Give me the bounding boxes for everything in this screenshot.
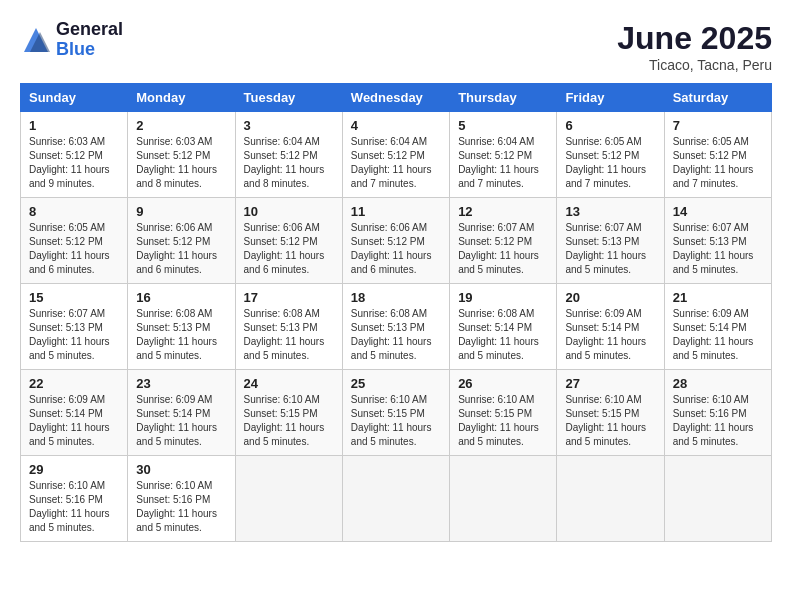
day-number: 27: [565, 376, 655, 391]
day-number: 19: [458, 290, 548, 305]
calendar-cell: 27Sunrise: 6:10 AMSunset: 5:15 PMDayligh…: [557, 370, 664, 456]
calendar-cell: 23Sunrise: 6:09 AMSunset: 5:14 PMDayligh…: [128, 370, 235, 456]
day-number: 14: [673, 204, 763, 219]
day-number: 25: [351, 376, 441, 391]
calendar-cell: 24Sunrise: 6:10 AMSunset: 5:15 PMDayligh…: [235, 370, 342, 456]
calendar-cell: 29Sunrise: 6:10 AMSunset: 5:16 PMDayligh…: [21, 456, 128, 542]
day-number: 5: [458, 118, 548, 133]
cell-info: Sunrise: 6:10 AMSunset: 5:15 PMDaylight:…: [565, 393, 655, 449]
cell-info: Sunrise: 6:04 AMSunset: 5:12 PMDaylight:…: [351, 135, 441, 191]
calendar-cell: [450, 456, 557, 542]
cell-info: Sunrise: 6:09 AMSunset: 5:14 PMDaylight:…: [673, 307, 763, 363]
cell-info: Sunrise: 6:10 AMSunset: 5:15 PMDaylight:…: [351, 393, 441, 449]
calendar-cell: [342, 456, 449, 542]
day-number: 29: [29, 462, 119, 477]
calendar-cell: 14Sunrise: 6:07 AMSunset: 5:13 PMDayligh…: [664, 198, 771, 284]
cell-info: Sunrise: 6:09 AMSunset: 5:14 PMDaylight:…: [136, 393, 226, 449]
cell-info: Sunrise: 6:10 AMSunset: 5:15 PMDaylight:…: [244, 393, 334, 449]
month-title: June 2025: [617, 20, 772, 57]
day-number: 10: [244, 204, 334, 219]
calendar-cell: [664, 456, 771, 542]
day-number: 9: [136, 204, 226, 219]
day-number: 24: [244, 376, 334, 391]
day-number: 17: [244, 290, 334, 305]
weekday-header-friday: Friday: [557, 84, 664, 112]
calendar-cell: 8Sunrise: 6:05 AMSunset: 5:12 PMDaylight…: [21, 198, 128, 284]
calendar-cell: 10Sunrise: 6:06 AMSunset: 5:12 PMDayligh…: [235, 198, 342, 284]
calendar-cell: 20Sunrise: 6:09 AMSunset: 5:14 PMDayligh…: [557, 284, 664, 370]
calendar-cell: 11Sunrise: 6:06 AMSunset: 5:12 PMDayligh…: [342, 198, 449, 284]
week-row-2: 8Sunrise: 6:05 AMSunset: 5:12 PMDaylight…: [21, 198, 772, 284]
calendar-cell: [557, 456, 664, 542]
calendar-cell: 15Sunrise: 6:07 AMSunset: 5:13 PMDayligh…: [21, 284, 128, 370]
cell-info: Sunrise: 6:05 AMSunset: 5:12 PMDaylight:…: [29, 221, 119, 277]
calendar-cell: 6Sunrise: 6:05 AMSunset: 5:12 PMDaylight…: [557, 112, 664, 198]
cell-info: Sunrise: 6:08 AMSunset: 5:13 PMDaylight:…: [136, 307, 226, 363]
calendar-cell: 4Sunrise: 6:04 AMSunset: 5:12 PMDaylight…: [342, 112, 449, 198]
cell-info: Sunrise: 6:08 AMSunset: 5:14 PMDaylight:…: [458, 307, 548, 363]
calendar-cell: 12Sunrise: 6:07 AMSunset: 5:12 PMDayligh…: [450, 198, 557, 284]
cell-info: Sunrise: 6:09 AMSunset: 5:14 PMDaylight:…: [565, 307, 655, 363]
cell-info: Sunrise: 6:09 AMSunset: 5:14 PMDaylight:…: [29, 393, 119, 449]
calendar-cell: 21Sunrise: 6:09 AMSunset: 5:14 PMDayligh…: [664, 284, 771, 370]
day-number: 21: [673, 290, 763, 305]
day-number: 28: [673, 376, 763, 391]
calendar-cell: 9Sunrise: 6:06 AMSunset: 5:12 PMDaylight…: [128, 198, 235, 284]
day-number: 12: [458, 204, 548, 219]
day-number: 8: [29, 204, 119, 219]
day-number: 4: [351, 118, 441, 133]
calendar-cell: 3Sunrise: 6:04 AMSunset: 5:12 PMDaylight…: [235, 112, 342, 198]
day-number: 15: [29, 290, 119, 305]
weekday-header-row: SundayMondayTuesdayWednesdayThursdayFrid…: [21, 84, 772, 112]
weekday-header-thursday: Thursday: [450, 84, 557, 112]
week-row-5: 29Sunrise: 6:10 AMSunset: 5:16 PMDayligh…: [21, 456, 772, 542]
location: Ticaco, Tacna, Peru: [617, 57, 772, 73]
weekday-header-monday: Monday: [128, 84, 235, 112]
calendar-cell: 30Sunrise: 6:10 AMSunset: 5:16 PMDayligh…: [128, 456, 235, 542]
header: General Blue June 2025 Ticaco, Tacna, Pe…: [20, 20, 772, 73]
cell-info: Sunrise: 6:07 AMSunset: 5:13 PMDaylight:…: [565, 221, 655, 277]
calendar-cell: 16Sunrise: 6:08 AMSunset: 5:13 PMDayligh…: [128, 284, 235, 370]
calendar-cell: 18Sunrise: 6:08 AMSunset: 5:13 PMDayligh…: [342, 284, 449, 370]
calendar-table: SundayMondayTuesdayWednesdayThursdayFrid…: [20, 83, 772, 542]
logo-general-text: General: [56, 20, 123, 40]
day-number: 6: [565, 118, 655, 133]
day-number: 3: [244, 118, 334, 133]
calendar-cell: 1Sunrise: 6:03 AMSunset: 5:12 PMDaylight…: [21, 112, 128, 198]
cell-info: Sunrise: 6:06 AMSunset: 5:12 PMDaylight:…: [244, 221, 334, 277]
day-number: 20: [565, 290, 655, 305]
calendar-cell: 26Sunrise: 6:10 AMSunset: 5:15 PMDayligh…: [450, 370, 557, 456]
calendar-cell: 19Sunrise: 6:08 AMSunset: 5:14 PMDayligh…: [450, 284, 557, 370]
day-number: 7: [673, 118, 763, 133]
calendar-cell: 28Sunrise: 6:10 AMSunset: 5:16 PMDayligh…: [664, 370, 771, 456]
cell-info: Sunrise: 6:03 AMSunset: 5:12 PMDaylight:…: [136, 135, 226, 191]
cell-info: Sunrise: 6:05 AMSunset: 5:12 PMDaylight:…: [673, 135, 763, 191]
cell-info: Sunrise: 6:06 AMSunset: 5:12 PMDaylight:…: [136, 221, 226, 277]
day-number: 11: [351, 204, 441, 219]
cell-info: Sunrise: 6:10 AMSunset: 5:16 PMDaylight:…: [136, 479, 226, 535]
weekday-header-saturday: Saturday: [664, 84, 771, 112]
calendar-cell: 13Sunrise: 6:07 AMSunset: 5:13 PMDayligh…: [557, 198, 664, 284]
cell-info: Sunrise: 6:06 AMSunset: 5:12 PMDaylight:…: [351, 221, 441, 277]
day-number: 18: [351, 290, 441, 305]
day-number: 30: [136, 462, 226, 477]
calendar-cell: 22Sunrise: 6:09 AMSunset: 5:14 PMDayligh…: [21, 370, 128, 456]
day-number: 16: [136, 290, 226, 305]
cell-info: Sunrise: 6:05 AMSunset: 5:12 PMDaylight:…: [565, 135, 655, 191]
title-area: June 2025 Ticaco, Tacna, Peru: [617, 20, 772, 73]
day-number: 2: [136, 118, 226, 133]
week-row-4: 22Sunrise: 6:09 AMSunset: 5:14 PMDayligh…: [21, 370, 772, 456]
day-number: 1: [29, 118, 119, 133]
cell-info: Sunrise: 6:08 AMSunset: 5:13 PMDaylight:…: [351, 307, 441, 363]
cell-info: Sunrise: 6:10 AMSunset: 5:15 PMDaylight:…: [458, 393, 548, 449]
cell-info: Sunrise: 6:10 AMSunset: 5:16 PMDaylight:…: [673, 393, 763, 449]
logo-icon: [20, 24, 52, 56]
cell-info: Sunrise: 6:07 AMSunset: 5:12 PMDaylight:…: [458, 221, 548, 277]
calendar-cell: [235, 456, 342, 542]
day-number: 26: [458, 376, 548, 391]
calendar-cell: 2Sunrise: 6:03 AMSunset: 5:12 PMDaylight…: [128, 112, 235, 198]
calendar-cell: 7Sunrise: 6:05 AMSunset: 5:12 PMDaylight…: [664, 112, 771, 198]
cell-info: Sunrise: 6:04 AMSunset: 5:12 PMDaylight:…: [458, 135, 548, 191]
calendar-cell: 17Sunrise: 6:08 AMSunset: 5:13 PMDayligh…: [235, 284, 342, 370]
weekday-header-tuesday: Tuesday: [235, 84, 342, 112]
